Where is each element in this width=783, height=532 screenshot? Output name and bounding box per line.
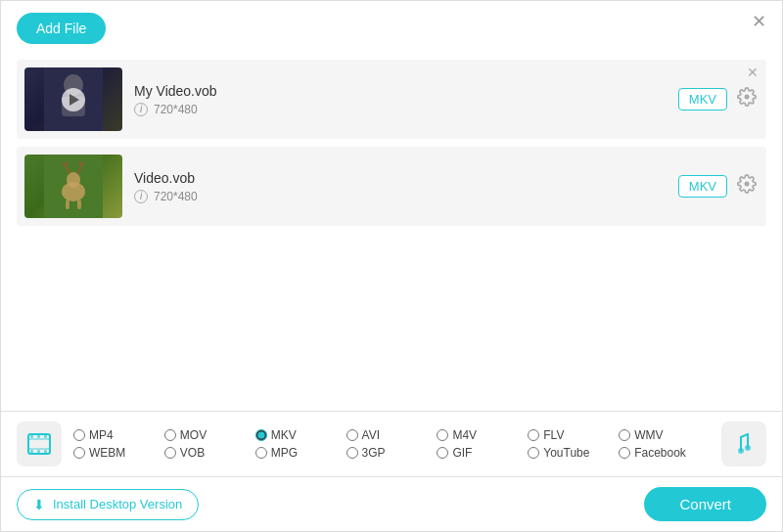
item-close-button[interactable]: ✕ [747, 66, 759, 79]
gear-icon [737, 174, 757, 194]
file-resolution: 720*480 [154, 190, 198, 203]
format-badge[interactable]: MKV [678, 175, 727, 198]
format-option-flv[interactable]: FLV [528, 428, 619, 442]
format-radio-vob[interactable] [164, 447, 176, 459]
svg-rect-16 [28, 438, 50, 440]
file-actions: MKV [678, 85, 759, 113]
format-option-webm[interactable]: WEBM [73, 446, 164, 460]
file-actions: MKV [678, 172, 759, 200]
format-option-m4v[interactable]: M4V [437, 428, 528, 442]
format-radio-wmv[interactable] [619, 429, 630, 441]
download-icon: ⬇ [33, 497, 45, 512]
file-meta: i 720*480 [134, 103, 667, 116]
settings-button[interactable] [735, 172, 759, 200]
file-item: Video.vob i 720*480 MKV [17, 147, 766, 226]
add-file-button[interactable]: Add File [17, 13, 106, 44]
format-option-avi[interactable]: AVI [346, 428, 438, 442]
format-option-facebook[interactable]: Facebook [619, 446, 710, 460]
convert-button[interactable]: Convert [644, 487, 766, 521]
play-icon[interactable] [62, 88, 85, 111]
format-radio-flv[interactable] [528, 429, 539, 441]
file-list: My Video.vob i 720*480 MKV ✕ [1, 56, 782, 411]
info-icon[interactable]: i [134, 190, 148, 203]
svg-rect-18 [30, 434, 33, 438]
install-label: Install Desktop Version [53, 497, 182, 511]
format-option-gif[interactable]: GIF [437, 446, 528, 460]
music-note-icon [730, 430, 758, 458]
format-radio-mp4[interactable] [73, 429, 85, 441]
svg-point-25 [745, 445, 751, 451]
info-icon[interactable]: i [134, 103, 148, 116]
file-resolution: 720*480 [154, 103, 198, 116]
file-name: Video.vob [134, 170, 667, 186]
file-item: My Video.vob i 720*480 MKV ✕ [17, 60, 766, 139]
thumbnail [24, 67, 122, 131]
header: Add File ✕ [1, 1, 782, 56]
footer: ⬇ Install Desktop Version Convert [1, 476, 782, 531]
app-container: Add File ✕ My Video.vob i 72 [0, 0, 783, 532]
format-option-mpg[interactable]: MPG [255, 446, 346, 460]
install-desktop-button[interactable]: ⬇ Install Desktop Version [17, 489, 199, 520]
format-radio-mov[interactable] [164, 429, 176, 441]
svg-rect-19 [37, 434, 40, 438]
thumbnail-image [44, 155, 103, 218]
settings-button[interactable] [735, 85, 759, 113]
svg-rect-17 [28, 448, 50, 450]
thumbnail [24, 155, 122, 218]
format-radio-youtube[interactable] [528, 447, 539, 459]
svg-rect-21 [30, 450, 33, 454]
music-icon-box[interactable] [721, 421, 766, 466]
format-radio-m4v[interactable] [437, 429, 448, 441]
format-grid: MP4 MOV MKV AVI M4V FLV WMV WEBM [73, 428, 710, 460]
svg-rect-23 [44, 450, 47, 454]
file-info: Video.vob i 720*480 [122, 170, 678, 203]
close-button[interactable]: ✕ [752, 13, 766, 30]
film-icon [25, 430, 53, 458]
gear-icon [737, 87, 757, 107]
format-radio-webm[interactable] [73, 447, 85, 459]
file-info: My Video.vob i 720*480 [122, 83, 678, 116]
format-option-mkv[interactable]: MKV [255, 428, 346, 442]
video-icon-box[interactable] [17, 421, 62, 466]
format-option-vob[interactable]: VOB [164, 446, 255, 460]
file-meta: i 720*480 [134, 190, 667, 203]
format-radio-gif[interactable] [437, 447, 448, 459]
file-name: My Video.vob [134, 83, 667, 99]
format-option-3gp[interactable]: 3GP [346, 446, 438, 460]
svg-point-14 [745, 182, 750, 187]
format-radio-facebook[interactable] [619, 447, 630, 459]
format-badge[interactable]: MKV [678, 88, 727, 111]
svg-rect-6 [66, 200, 69, 209]
format-option-youtube[interactable]: YouTube [528, 446, 619, 460]
format-radio-mpg[interactable] [255, 447, 267, 459]
svg-rect-7 [77, 200, 81, 209]
format-option-wmv[interactable]: WMV [619, 428, 710, 442]
format-option-mp4[interactable]: MP4 [73, 428, 164, 442]
svg-rect-22 [37, 450, 40, 454]
format-radio-avi[interactable] [346, 429, 358, 441]
svg-rect-20 [44, 434, 47, 438]
format-radio-3gp[interactable] [346, 447, 358, 459]
format-option-mov[interactable]: MOV [164, 428, 255, 442]
format-radio-mkv[interactable] [255, 429, 267, 441]
svg-point-24 [738, 448, 744, 454]
format-selector: MP4 MOV MKV AVI M4V FLV WMV WEBM [1, 411, 782, 476]
